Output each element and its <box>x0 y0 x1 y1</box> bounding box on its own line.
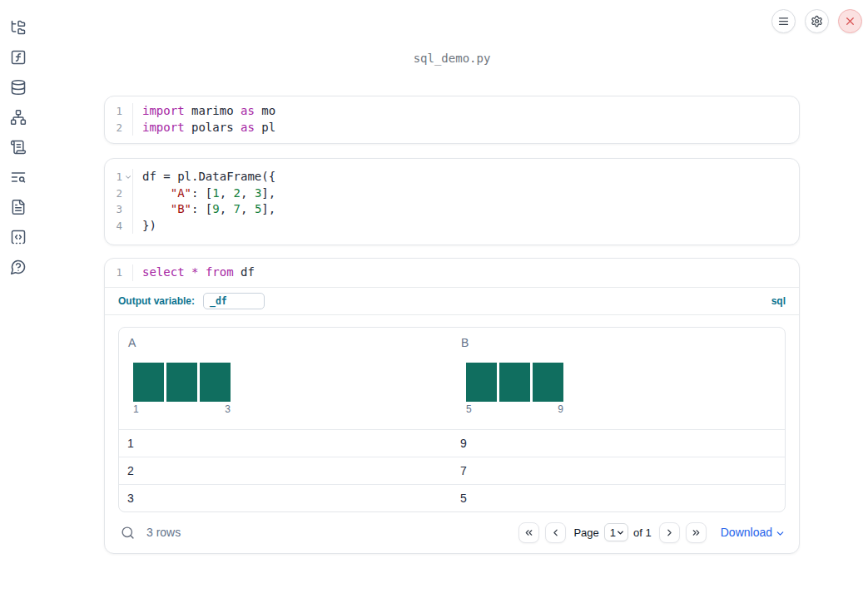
token-keyword: select <box>142 265 185 279</box>
code-editor[interactable]: 1 2 3 4 df = pl.DataFrame({ "A": [1, 2, … <box>105 159 799 244</box>
histogram-bar <box>133 363 164 402</box>
line-number: 2 <box>105 120 132 136</box>
network-icon <box>10 109 27 126</box>
token-text: , <box>220 186 234 200</box>
search-button[interactable] <box>121 525 136 540</box>
documentation-panel-button[interactable] <box>9 198 27 216</box>
code-cell-dataframe: 1 2 3 4 df = pl.DataFrame({ "A": [1, 2, … <box>104 158 800 245</box>
logs-panel-button[interactable] <box>9 138 27 156</box>
datasources-panel-button[interactable] <box>9 78 27 96</box>
column-header-b[interactable]: B 5 9 <box>452 328 785 429</box>
settings-button[interactable] <box>805 9 829 33</box>
table-row[interactable]: 1 9 <box>119 429 785 457</box>
token-text: , <box>241 186 255 200</box>
token-text: , <box>241 202 255 215</box>
token-text: marimo <box>185 104 241 117</box>
search-icon <box>121 526 135 540</box>
text-search-icon <box>10 169 27 185</box>
token-text <box>142 186 171 200</box>
token-number: 7 <box>234 202 241 215</box>
snippets-panel-button[interactable] <box>9 228 27 246</box>
code-line: select * from df <box>142 264 799 281</box>
line-number: 2 <box>105 185 132 202</box>
line-number: 3 <box>105 201 132 218</box>
token-number: 1 <box>212 186 219 200</box>
notebook-actions <box>771 9 862 33</box>
histogram-max-label: 9 <box>558 403 563 415</box>
column-name: B <box>461 336 775 349</box>
table-footer: 3 rows Page 1 of 1 <box>118 512 786 554</box>
token-string: "B" <box>171 202 191 215</box>
token-keyword: as <box>241 121 255 134</box>
first-page-button[interactable] <box>518 522 539 543</box>
sql-cell-footer: Output variable: _df sql <box>105 287 799 314</box>
table-row[interactable]: 3 5 <box>119 484 785 511</box>
table-cell: 3 <box>119 492 452 505</box>
database-icon <box>10 79 27 96</box>
code-content: df = pl.DataFrame({ "A": [1, 2, 3], "B":… <box>133 169 799 234</box>
histogram-bar <box>200 363 231 402</box>
table-cell: 7 <box>452 464 785 477</box>
histogram-min-label: 5 <box>466 403 472 415</box>
fold-chevron-icon[interactable] <box>124 173 132 181</box>
line-number-gutter: 1 2 3 4 <box>105 169 133 234</box>
code-editor[interactable]: 1 2 import marimo as mo import polars as… <box>105 96 799 142</box>
token-text: ], <box>261 202 275 215</box>
column-histogram: 5 9 <box>466 363 563 415</box>
column-header-a[interactable]: A 1 3 <box>119 328 452 429</box>
help-button[interactable] <box>9 258 27 276</box>
file-tree-icon[interactable] <box>9 18 27 37</box>
dataframe-table: A 1 3 B <box>118 327 786 512</box>
page-of-label: of 1 <box>633 526 652 539</box>
code-line: "B": [9, 7, 5], <box>142 201 799 218</box>
hamburger-menu-icon <box>777 15 790 27</box>
line-number: 1 <box>105 103 132 120</box>
sql-editor[interactable]: 1 select * from df <box>105 259 799 287</box>
histogram-bar <box>166 363 197 402</box>
chevrons-left-icon <box>523 527 534 538</box>
message-question-icon <box>10 259 27 275</box>
chevron-down-icon <box>775 528 786 539</box>
download-button[interactable]: Download <box>721 526 786 539</box>
histogram-bar <box>466 363 497 402</box>
dependency-graph-button[interactable] <box>9 108 27 126</box>
token-keyword: as <box>241 104 255 117</box>
token-keyword: from <box>206 265 234 279</box>
line-number-text: 1 <box>116 170 122 183</box>
chevrons-right-icon <box>691 527 702 538</box>
file-text-icon <box>10 199 27 215</box>
chevron-right-icon <box>664 527 675 538</box>
last-page-button[interactable] <box>686 522 707 543</box>
previous-page-button[interactable] <box>545 522 566 543</box>
page-number-select[interactable]: 1 <box>604 523 628 541</box>
token-text: pl <box>255 121 275 134</box>
table-footer-left: 3 rows <box>121 525 181 540</box>
table-cell: 2 <box>119 464 452 477</box>
outline-search-button[interactable] <box>9 168 27 186</box>
table-row[interactable]: 2 7 <box>119 457 785 484</box>
next-page-button[interactable] <box>659 522 680 543</box>
line-number: 4 <box>105 218 132 235</box>
sql-cell: 1 select * from df Output variable: _df … <box>104 258 800 554</box>
histogram-max-label: 3 <box>225 403 231 415</box>
token-text: , <box>220 202 234 215</box>
histogram-min-label: 1 <box>133 403 139 415</box>
shutdown-button[interactable] <box>838 9 862 33</box>
folder-tree-icon <box>10 19 27 36</box>
code-line: "A": [1, 2, 3], <box>142 185 799 202</box>
table-cell: 1 <box>119 437 452 450</box>
close-x-icon <box>844 15 856 27</box>
variables-panel-button[interactable] <box>9 48 27 67</box>
line-number-gutter: 1 <box>105 264 133 281</box>
histogram-axis-labels: 5 9 <box>466 403 563 415</box>
output-variable-label: Output variable: <box>118 295 195 307</box>
code-cell-imports: 1 2 import marimo as mo import polars as… <box>104 96 800 144</box>
token-text <box>185 265 191 279</box>
download-label: Download <box>721 526 772 539</box>
menu-button[interactable] <box>771 9 796 33</box>
notebook-filename: sql_demo.py <box>104 52 800 65</box>
token-text: df <box>234 265 255 279</box>
page-number-value: 1 <box>610 526 616 539</box>
output-variable-input[interactable]: _df <box>203 293 265 309</box>
table-header: A 1 3 B <box>119 328 785 429</box>
